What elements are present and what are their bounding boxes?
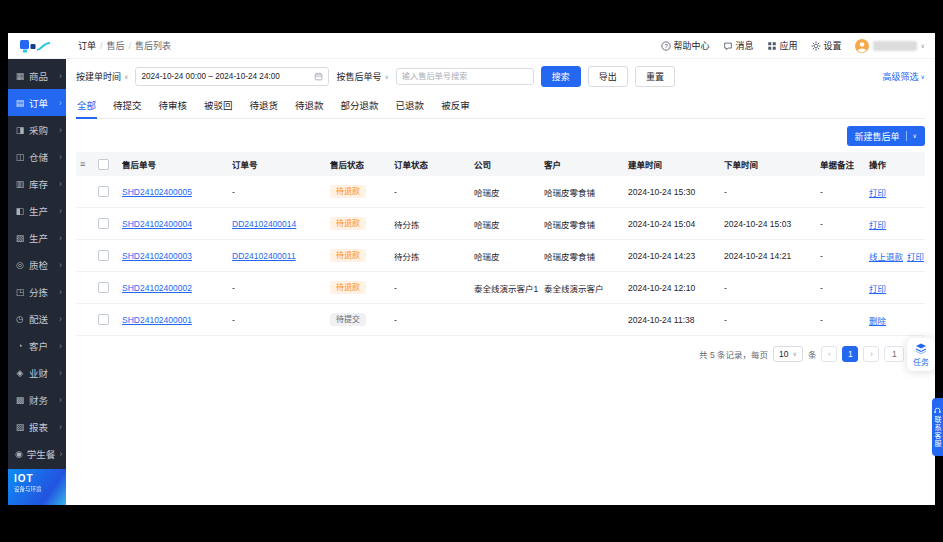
chevron-right-icon: › (59, 449, 62, 459)
aftersale-code-link[interactable]: SHD24102400004 (122, 219, 192, 229)
sidebar-item-reports[interactable]: ▨报表› (8, 413, 66, 440)
tab-3[interactable]: 被驳回 (203, 93, 234, 118)
ordered-time-cell: 2024-10-24 14:21 (720, 240, 816, 272)
breadcrumb-module[interactable]: 订单 (78, 39, 96, 52)
sidebar-item-goods[interactable]: ▦商品› (8, 62, 66, 89)
messages-link[interactable]: 消息 (723, 39, 754, 52)
sidebar-item-label: 采购 (29, 123, 55, 137)
page-1-button[interactable]: 1 (842, 346, 858, 362)
sidebar-item-biz-finance[interactable]: ◈业财› (8, 359, 66, 386)
tab-0[interactable]: 全部 (76, 93, 97, 118)
order-code-link[interactable]: DD24102400014 (232, 219, 296, 229)
created-time-cell: 2024-10-24 14:23 (624, 240, 720, 272)
page-jump-input[interactable]: 1 (884, 346, 904, 362)
aftersale-code-cell: SHD24102400005 (118, 176, 228, 208)
chevron-right-icon: › (59, 287, 62, 297)
tab-1[interactable]: 待提交 (112, 93, 143, 118)
breadcrumb-current: 售后列表 (135, 39, 171, 52)
main-content: 按建单时间 ∨ 2024-10-24 00:00 – 2024-10-24 24… (66, 59, 935, 505)
sidebar-item-purchase[interactable]: ◨采购› (8, 116, 66, 143)
aftersale-code-link[interactable]: SHD24102400002 (122, 283, 192, 293)
gear-icon (811, 41, 821, 51)
select-all-checkbox[interactable] (98, 159, 109, 170)
sidebar-item-orders[interactable]: ▤订单› (8, 89, 66, 116)
sidebar-item-customers[interactable]: ◔客户› (8, 332, 66, 359)
row-checkbox[interactable] (98, 186, 109, 197)
time-field-select[interactable]: 按建单时间 ∨ (76, 70, 128, 83)
search-button[interactable]: 搜索 (541, 66, 581, 87)
tab-2[interactable]: 待审核 (158, 93, 189, 118)
order-status-cell: 待分拣 (390, 240, 470, 272)
sidebar-item-sorting[interactable]: ◳分拣› (8, 278, 66, 305)
tab-7[interactable]: 已退款 (395, 93, 426, 118)
breadcrumb-section[interactable]: 售后 (107, 39, 125, 52)
order-code-link[interactable]: DD24102400011 (232, 251, 296, 261)
row-checkbox-cell (94, 304, 118, 336)
reset-button[interactable]: 重置 (635, 66, 675, 87)
advanced-filter-link[interactable]: 高级筛选 ∨ (883, 70, 925, 83)
sidebar-item-quality[interactable]: ◎质检› (8, 251, 66, 278)
date-range-picker[interactable]: 2024-10-24 00:00 – 2024-10-24 24:00 (135, 67, 329, 86)
code-field-label: 按售后单号 (336, 70, 381, 83)
action-link[interactable]: 线上退款 (869, 252, 903, 262)
row-checkbox[interactable] (98, 282, 109, 293)
order-code-cell: DD24102400011 (228, 240, 326, 272)
row-expand-cell (76, 272, 94, 304)
company-cell: 哈瑞皮 (470, 208, 540, 240)
settings-link[interactable]: 设置 (811, 39, 842, 52)
row-expand-cell (76, 240, 94, 272)
sidebar-item-inventory[interactable]: ▥库存› (8, 170, 66, 197)
row-checkbox[interactable] (98, 250, 109, 261)
sidebar-item-student-meal[interactable]: ◉学生餐› (8, 440, 66, 467)
sidebar-item-storage[interactable]: ◫仓储› (8, 143, 66, 170)
export-button[interactable]: 导出 (588, 66, 628, 87)
next-page-button[interactable]: › (863, 346, 879, 362)
iot-panel[interactable]: IOT 设备与环境 (8, 469, 66, 505)
table-row: SHD24102400004DD24102400014待退款待分拣哈瑞皮哈瑞皮零… (76, 208, 925, 240)
created-time-cell: 2024-10-24 12:10 (624, 272, 720, 304)
apps-link[interactable]: 应用 (767, 39, 798, 52)
actions-cell: 线上退款打印 (865, 240, 925, 272)
user-menu[interactable]: ∨ (855, 39, 925, 53)
tab-8[interactable]: 被反审 (440, 93, 471, 118)
expand-all-header[interactable]: ≡ (76, 152, 94, 176)
tab-5[interactable]: 待退款 (294, 93, 325, 118)
aftersale-code-link[interactable]: SHD24102400005 (122, 187, 192, 197)
col-order-status: 订单状态 (390, 152, 470, 176)
action-link[interactable]: 打印 (869, 188, 886, 198)
new-aftersale-button[interactable]: 新建售后单 ∨ (847, 126, 925, 146)
action-link[interactable]: 打印 (907, 252, 924, 262)
aftersale-code-link[interactable]: SHD24102400001 (122, 315, 192, 325)
row-checkbox[interactable] (98, 218, 109, 229)
action-link[interactable]: 打印 (869, 220, 886, 230)
ordered-time-cell: - (720, 272, 816, 304)
order-code-cell: - (228, 304, 326, 336)
sidebar-item-production-2[interactable]: ▧生产› (8, 224, 66, 251)
customer-cell: 哈瑞皮零食铺 (540, 176, 624, 208)
action-link[interactable]: 打印 (869, 284, 886, 294)
help-center-label: 帮助中心 (674, 39, 710, 52)
company-cell: 哈瑞皮 (470, 240, 540, 272)
code-field-select[interactable]: 按售后单号 ∨ (336, 70, 388, 83)
task-float-button[interactable]: 任务 (907, 338, 935, 371)
time-field-label: 按建单时间 (76, 70, 121, 83)
action-link[interactable]: 删除 (869, 316, 886, 326)
status-badge: 待退款 (330, 217, 366, 230)
customers-icon: ◔ (15, 341, 25, 351)
tab-4[interactable]: 待退货 (249, 93, 280, 118)
created-time-cell: 2024-10-24 15:30 (624, 176, 720, 208)
sidebar-item-delivery[interactable]: ◷配送› (8, 305, 66, 332)
page-size-select[interactable]: 10 ∨ (773, 346, 803, 362)
contact-support-tab[interactable]: 联系客服 (932, 398, 943, 456)
search-input[interactable] (396, 68, 534, 85)
prev-page-button[interactable]: ‹ (821, 346, 837, 362)
sidebar-item-production[interactable]: ◧生产› (8, 197, 66, 224)
col-company: 公司 (470, 152, 540, 176)
tab-6[interactable]: 部分退款 (340, 93, 380, 118)
customer-cell (540, 304, 624, 336)
row-checkbox[interactable] (98, 314, 109, 325)
status-badge: 待退款 (330, 249, 366, 262)
help-center-link[interactable]: ? 帮助中心 (661, 39, 710, 52)
sidebar-item-finance[interactable]: ▩财务› (8, 386, 66, 413)
aftersale-code-link[interactable]: SHD24102400003 (122, 251, 192, 261)
